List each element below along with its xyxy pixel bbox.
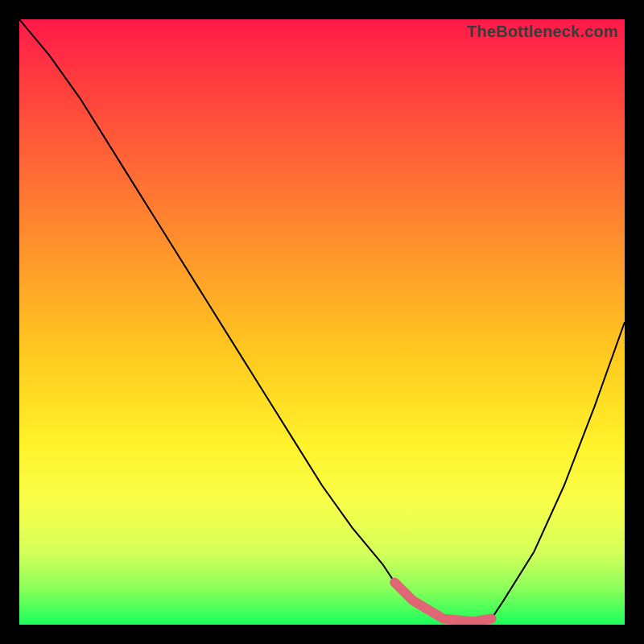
plot-area: TheBottleneck.com: [19, 19, 625, 625]
chart-container: TheBottleneck.com: [0, 0, 644, 644]
highlight-segment: [394, 582, 491, 621]
chart-svg: [19, 19, 625, 625]
bottleneck-curve: [19, 19, 625, 621]
